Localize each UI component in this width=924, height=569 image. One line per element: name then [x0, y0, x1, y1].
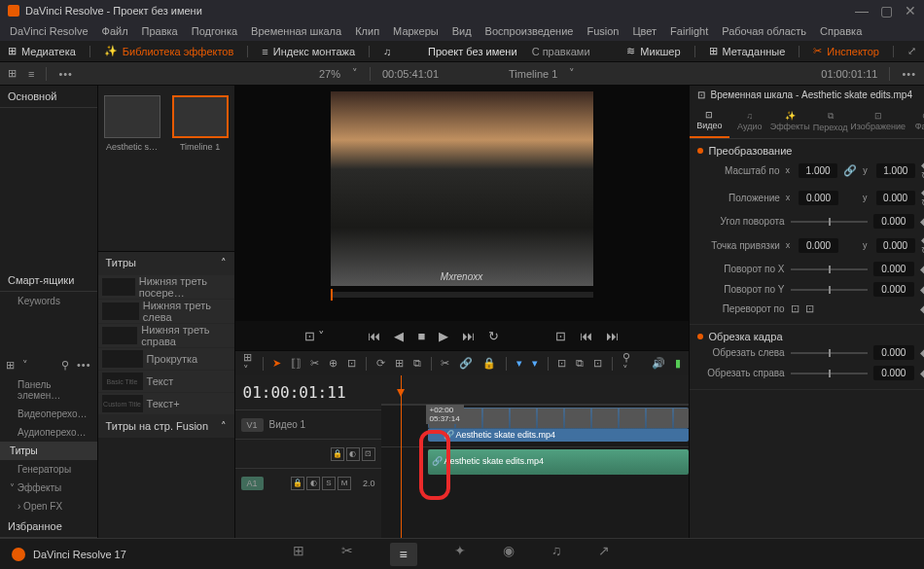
titles-category[interactable]: Титры [0, 442, 97, 460]
menu-file[interactable]: Файл [102, 25, 128, 37]
maximize-button[interactable]: ▢ [880, 3, 893, 18]
close-button[interactable]: ✕ [905, 3, 916, 18]
timeline-selector[interactable]: Timeline 1 [509, 68, 557, 80]
menu-trim[interactable]: Подгонка [192, 25, 237, 37]
menu-davinci[interactable]: DaVinci Resolve [10, 25, 89, 37]
minimize-button[interactable]: — [855, 3, 869, 18]
options-menu[interactable]: ••• [58, 68, 73, 80]
zoom-level[interactable]: 27% [319, 68, 340, 80]
fusion-page-icon[interactable]: ✦ [454, 543, 466, 566]
overwrite-tool[interactable]: ⊡ [347, 357, 356, 370]
title-text[interactable]: Basic TitleТекст [98, 371, 234, 392]
link-icon[interactable]: 🔗 [459, 357, 473, 370]
menu-timeline[interactable]: Временная шкала [251, 25, 341, 37]
effects-library-button[interactable]: ✨ Библиотека эффектов [104, 45, 234, 57]
video-viewer[interactable]: Mxrenoxx [235, 86, 689, 321]
openfx-item[interactable]: › Open FX [0, 497, 97, 516]
favorites-header[interactable]: Избранное [0, 516, 97, 538]
scale-x[interactable]: 1.000 [799, 163, 837, 178]
panel-elem[interactable]: Панель элемен… [0, 375, 97, 405]
menu-playback[interactable]: Воспроизведение [485, 25, 574, 37]
menu-color[interactable]: Цвет [632, 25, 657, 37]
video-trans[interactable]: Видеоперехо… [0, 405, 97, 423]
timeline-tracks[interactable]: +02:0005:37:14 🔗 Aesthetic skate edits.m… [381, 375, 689, 538]
main-bin-header[interactable]: Основной [0, 86, 97, 108]
crop-section[interactable]: Обрезка кадра [709, 331, 783, 342]
a1-badge[interactable]: A1 [241, 477, 264, 490]
loop-button[interactable]: ↻ [488, 329, 499, 343]
lock-a1[interactable]: 🔒 [291, 477, 304, 490]
curve-a1[interactable]: ◐ [306, 477, 320, 490]
roty-val[interactable]: 0.000 [873, 282, 914, 297]
tab-image[interactable]: ⊡Изображение [850, 104, 906, 138]
menu-help[interactable]: Справка [820, 25, 862, 37]
home-icon[interactable] [12, 548, 25, 561]
audio-trans[interactable]: Аудиоперехо… [0, 423, 97, 442]
rotx-val[interactable]: 0.000 [873, 262, 914, 276]
crop-left-slider[interactable] [791, 352, 868, 354]
snap-icon[interactable]: ⊡ [557, 357, 566, 370]
anchor-x[interactable]: 0.000 [799, 238, 837, 253]
grid-view-icon[interactable]: ⊞ [8, 67, 17, 80]
trim-tool[interactable]: ⟦⟧ [291, 357, 301, 370]
pos-x[interactable]: 0.000 [799, 191, 837, 205]
playhead[interactable] [401, 375, 402, 538]
volume-icon[interactable]: 🔊 [652, 357, 665, 370]
title-text-plus[interactable]: Custom TitleТекст+ [98, 393, 234, 414]
edit-index-button[interactable]: ≡ Индекс монтажа [262, 46, 355, 57]
keywords-item[interactable]: Keywords [0, 292, 97, 310]
menu-fusion[interactable]: Fusion [586, 25, 619, 37]
annotations-label[interactable]: С правками [532, 46, 590, 57]
tab-effects[interactable]: ✨Эффекты [769, 104, 809, 138]
title-lower-third-center[interactable]: Нижняя треть посере… [98, 275, 234, 299]
cut-page-icon[interactable]: ✂ [341, 543, 353, 566]
menu-markers[interactable]: Маркеры [393, 25, 439, 37]
crop-right-val[interactable]: 0.000 [873, 366, 914, 380]
flag-blue-icon[interactable]: ▾ [516, 357, 522, 370]
viewer-scrubber[interactable] [331, 292, 593, 298]
mute-a1[interactable]: M [338, 477, 351, 490]
flip-v-icon[interactable]: ⊡ [805, 302, 814, 315]
prev-edit-button[interactable]: ⏮ [580, 329, 592, 343]
menu-fairlight[interactable]: Fairlight [670, 25, 708, 37]
roty-slider[interactable] [791, 289, 868, 291]
menu-edit[interactable]: Правка [142, 25, 178, 37]
titles-header[interactable]: Титры˄ [98, 252, 234, 274]
menu-workspace[interactable]: Рабочая область [722, 25, 806, 37]
sound-library-button[interactable]: ♫ [383, 46, 391, 57]
rotation-val[interactable]: 0.000 [873, 214, 914, 229]
blade-icon[interactable]: ✂ [441, 357, 449, 370]
first-frame-button[interactable]: ⏮ [368, 329, 380, 343]
v1-header[interactable]: V1 Видео 1 [235, 409, 381, 439]
link-scale-icon[interactable]: 🔗 [843, 164, 857, 177]
a1-header[interactable]: A1 🔒 ◐ S M 2.0 [235, 468, 381, 497]
effects-category[interactable]: ˅ Эффекты [0, 479, 97, 497]
metadata-button[interactable]: ⊞ Метаданные [709, 45, 786, 57]
flag-blue2-icon[interactable]: ▾ [532, 357, 538, 370]
expand-icon[interactable]: ⤢ [907, 45, 916, 57]
eye-v1[interactable]: ◐ [346, 447, 360, 461]
list-view-icon[interactable]: ≡ [28, 68, 34, 80]
tab-audio[interactable]: ♫Аудио [729, 104, 769, 138]
media-timeline-1[interactable]: Timeline 1 [172, 95, 229, 241]
media-clip-1[interactable]: Aesthetic s… [104, 95, 160, 241]
flip-h-icon[interactable]: ⊡ [791, 302, 800, 315]
menu-clip[interactable]: Клип [355, 25, 379, 37]
title-scroll[interactable]: Прокрутка [98, 348, 234, 370]
solo-a1[interactable]: S [322, 477, 336, 490]
timeline-ruler[interactable] [381, 375, 689, 405]
generators-category[interactable]: Генераторы [0, 460, 97, 479]
transform-section[interactable]: Преобразование [709, 145, 793, 157]
inspector-button[interactable]: ✂ Инспектор [813, 45, 879, 57]
media-page-icon[interactable]: ⊞ [293, 543, 304, 566]
ripple-tool[interactable]: ⧉ [413, 357, 421, 370]
selection-tool[interactable]: ➤ [272, 357, 281, 370]
thumb-v1[interactable]: ⊡ [362, 447, 375, 461]
snap3-icon[interactable]: ⊡ [593, 357, 602, 370]
replace-tool[interactable]: ⟳ [376, 357, 385, 370]
menu-view[interactable]: Вид [452, 25, 472, 37]
color-page-icon[interactable]: ◉ [503, 543, 515, 566]
deliver-page-icon[interactable]: ↗ [598, 543, 610, 566]
title-lower-third-left[interactable]: Нижняя треть слева [98, 300, 234, 323]
play-reverse-button[interactable]: ◀ [394, 329, 404, 343]
